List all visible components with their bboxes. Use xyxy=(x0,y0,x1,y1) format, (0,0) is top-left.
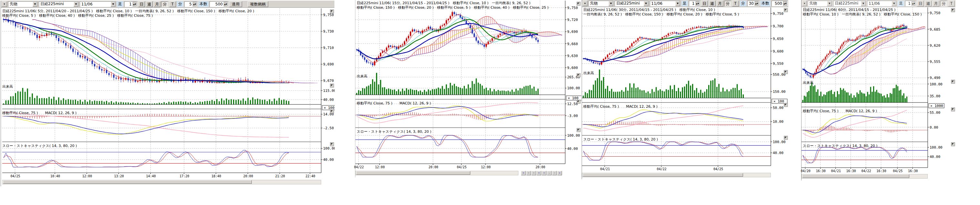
contract-month-select[interactable]: 11/06▼ xyxy=(867,1,897,6)
pane-expand-button[interactable] xyxy=(577,100,581,104)
spinner-icon[interactable]: ▲▼ xyxy=(193,2,197,6)
spinner-icon[interactable]: ▲▼ xyxy=(695,1,700,6)
pane-expand-button[interactable] xyxy=(784,136,788,140)
period-tick-button[interactable]: T xyxy=(732,1,739,6)
pane-expand-button[interactable] xyxy=(784,8,788,12)
apply-button[interactable]: 適用 xyxy=(229,1,242,7)
pane-expand-button[interactable] xyxy=(951,108,955,111)
pane-expand-button[interactable] xyxy=(330,142,334,146)
pane-expand-button[interactable] xyxy=(577,2,581,5)
h-scrollbar[interactable] xyxy=(802,174,928,178)
spinner-icon[interactable]: ▲▼ xyxy=(912,1,915,6)
period-minute-button[interactable]: 分 xyxy=(161,1,168,7)
period-minute-button[interactable]: 分 xyxy=(724,1,731,6)
time-axis-label: 04/25 xyxy=(893,169,902,173)
scrollbar-thumb[interactable] xyxy=(802,174,909,178)
scrollbar-thumb[interactable] xyxy=(356,171,470,175)
nav-last-icon[interactable]: » xyxy=(536,171,541,175)
minutes-stepper[interactable]: 30▲▼ xyxy=(747,1,759,6)
contract-month-select[interactable]: 11/06▼ xyxy=(650,1,681,6)
chart-title-line1: 日経225mini 11/06( 5分, 2011/04/20 - 2011/0… xyxy=(2,9,254,14)
scrollbar-thumb[interactable] xyxy=(583,173,743,177)
period-monthly-button[interactable]: 月 xyxy=(154,1,161,7)
spinner-icon[interactable]: ▲▼ xyxy=(133,2,137,6)
multi-symbol-button[interactable]: 複数銘柄 xyxy=(248,1,268,7)
svg-text:9,750: 9,750 xyxy=(773,12,783,16)
minutes-stepper[interactable]: 5▲▼ xyxy=(184,1,197,7)
scrollbar-thumb[interactable] xyxy=(3,180,252,184)
close-icon[interactable]: × xyxy=(557,171,562,175)
pane-expand-button[interactable] xyxy=(951,80,955,84)
pane-expand-button[interactable] xyxy=(784,103,788,107)
nav-prev-icon[interactable]: ‹ xyxy=(526,171,531,175)
svg-text:9,730: 9,730 xyxy=(323,29,334,33)
category-select[interactable]: 先物▼ xyxy=(8,1,38,7)
period-daily-button[interactable]: 日 xyxy=(917,1,924,6)
time-axis-label: 04/22 xyxy=(657,167,667,171)
window-menu-button[interactable]: ▼ xyxy=(802,1,807,6)
chart-plot[interactable]: 9,7509,6859,6209,5559,490100.0035.00× 10… xyxy=(802,0,956,180)
zoom-out-icon[interactable]: - xyxy=(547,171,552,175)
pane-expand-button[interactable] xyxy=(577,128,581,132)
period-daily-button[interactable]: 日 xyxy=(701,1,708,6)
symbol-select[interactable]: 日経225mini▼ xyxy=(39,1,79,7)
mode-icon[interactable]: ▫ xyxy=(552,171,557,175)
symbol-select[interactable]: 日経225mini▼ xyxy=(615,1,649,6)
chevron-down-icon: ▼ xyxy=(111,2,116,7)
bar-interval-stepper[interactable]: 1▲▼ xyxy=(689,1,700,6)
stoch-pane-label: スロー・ストキャスティクス( 14, 3, 80, 20 ) xyxy=(583,137,658,142)
bar-interval-stepper[interactable]: 1▲▼ xyxy=(124,1,137,7)
nav-next-icon[interactable]: › xyxy=(531,171,536,175)
time-axis-label: 04/22 xyxy=(861,169,871,173)
pane-expand-button[interactable] xyxy=(330,110,334,113)
pane-expand-button[interactable] xyxy=(330,9,334,13)
period-weekly-button[interactable]: 週 xyxy=(709,1,716,6)
pane-expand-button[interactable] xyxy=(330,84,334,87)
period-minute-button[interactable]: 分 xyxy=(940,1,947,6)
bar-count-stepper[interactable]: 500▲▼ xyxy=(772,1,788,6)
bar-interval-stepper[interactable]: 1▲▼ xyxy=(905,1,916,6)
pane-expand-button[interactable] xyxy=(951,142,955,146)
svg-text:12.50: 12.50 xyxy=(567,102,578,106)
pane-expand-button[interactable] xyxy=(577,74,581,77)
time-axis-labels: 04/2016:3004/2116:3004/2216:3004/2516:30 xyxy=(802,169,956,173)
category-select[interactable]: 先物▼ xyxy=(808,1,832,6)
chart-plot[interactable]: 9,7509,7009,6509,6009,550550.00150.00× 1… xyxy=(582,0,789,178)
chart-plot[interactable]: 9,7509,7309,7109,6909,670115.0040.00× 10… xyxy=(1,1,335,186)
svg-text:× 100: × 100 xyxy=(773,99,784,104)
spinner-icon[interactable]: ▲▼ xyxy=(755,1,759,6)
chart-plot[interactable]: 9,7509,7209,6909,6609,6309,600265.00100.… xyxy=(355,0,581,177)
bar-count-stepper[interactable]: 500▲▼ xyxy=(210,1,228,7)
macd-pane-label: 移動平均( Close, 75 )MACD( 12, 26, 9 ) xyxy=(357,101,431,106)
category-select[interactable]: 先物▼ xyxy=(589,1,614,6)
bar-count-label: 本数 xyxy=(760,1,770,6)
period-weekly-button[interactable]: 週 xyxy=(925,1,932,6)
pane-expand-button[interactable] xyxy=(784,70,788,74)
period-monthly-button[interactable]: 月 xyxy=(717,1,723,6)
window-menu-button[interactable]: ▼ xyxy=(2,1,7,7)
period-daily-button[interactable]: 日 xyxy=(138,1,145,7)
spinner-icon[interactable]: ▲▼ xyxy=(224,2,228,6)
svg-text:9,750: 9,750 xyxy=(930,11,940,15)
period-tick-button[interactable]: T xyxy=(169,1,176,7)
period-monthly-button[interactable]: 月 xyxy=(932,1,939,6)
spinner-icon[interactable]: ▲▼ xyxy=(783,1,787,6)
period-weekly-button[interactable]: 週 xyxy=(146,1,153,7)
h-scrollbar[interactable] xyxy=(582,173,771,177)
macd-pane-label: 移動平均( Close, 75 )MACD( 12, 26, 9 ) xyxy=(583,104,657,109)
h-scrollbar[interactable] xyxy=(2,180,321,184)
zoom-in-icon[interactable]: + xyxy=(542,171,546,175)
bar-type-label: 足 xyxy=(117,1,123,7)
period-tick-button[interactable]: T xyxy=(948,1,955,6)
svg-text:9,670: 9,670 xyxy=(323,79,334,83)
contract-month-select[interactable]: 11/06▼ xyxy=(80,1,116,7)
pane-expand-button[interactable] xyxy=(951,8,955,12)
svg-text:0.00: 0.00 xyxy=(930,125,939,129)
symbol-select[interactable]: 日経225mini▼ xyxy=(833,1,866,6)
time-axis-label: 04/21 xyxy=(831,169,841,173)
stoch-pane-label: スロー・ストキャスティクス( 14, 3, 80, 20 ) xyxy=(2,144,77,148)
window-menu-button[interactable]: ▼ xyxy=(583,1,587,6)
svg-text:55.00: 55.00 xyxy=(930,110,940,115)
h-scrollbar[interactable] xyxy=(355,171,519,175)
nav-first-icon[interactable]: « xyxy=(521,171,526,175)
